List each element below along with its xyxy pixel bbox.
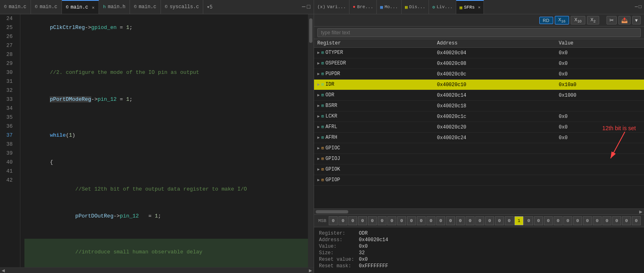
- table-row-gpioj[interactable]: ▶⊞GPIOJ: [314, 154, 644, 164]
- sfr-tab-memory[interactable]: ▦ Mo...: [377, 0, 402, 14]
- sfr-tab-disassembly[interactable]: ▦ Dis...: [402, 0, 429, 14]
- scrollbar-thumb[interactable]: [309, 18, 312, 43]
- bit-4[interactable]: 0: [593, 216, 602, 225]
- bit-17[interactable]: 0: [466, 216, 475, 225]
- sfr-table-container[interactable]: Register Address Value ▶⊞OTYPER 0x40020c…: [314, 39, 644, 209]
- bit-28[interactable]: 0: [358, 216, 367, 225]
- bit-10[interactable]: 0: [534, 216, 543, 225]
- sfr-horizontal-scrollbar[interactable]: ▶: [314, 209, 644, 214]
- expand-arrow[interactable]: ▶: [317, 91, 320, 100]
- table-row-gpiok[interactable]: ▶⊞GPIOK: [314, 164, 644, 175]
- bit-9[interactable]: 0: [544, 216, 553, 225]
- bit-25[interactable]: 0: [387, 216, 396, 225]
- table-row[interactable]: ▶⊞OSPEEDR 0x40020c08 0x0: [314, 58, 644, 69]
- sfr-tab-sfrs[interactable]: ▦ SFRs ✕: [456, 0, 484, 14]
- maximize-button[interactable]: □: [307, 4, 310, 10]
- sfr-toolbar: RD X16 X10 X2 ✂ 📤 ▾: [314, 14, 644, 27]
- close-sfrs-icon[interactable]: ✕: [478, 5, 480, 10]
- x16-button[interactable]: X16: [555, 16, 569, 24]
- expand-arrow[interactable]: ▶: [317, 70, 320, 78]
- code-area: 24 25 26 27 28 29 30 31 32 33 34 35 36 3…: [0, 14, 314, 267]
- tab-main-c-1[interactable]: © main.c: [0, 0, 31, 14]
- filter-input[interactable]: [317, 28, 641, 37]
- bit-19[interactable]: 0: [446, 216, 455, 225]
- expand-arrow[interactable]: ▶: [317, 176, 320, 184]
- export-button[interactable]: 📤: [618, 16, 631, 24]
- maximize-sfr-button[interactable]: □: [639, 4, 642, 10]
- horizontal-scrollbar[interactable]: ◀ ▶: [0, 267, 314, 273]
- table-row[interactable]: ▶⊞AFRL 0x40020c20 0x0: [314, 122, 644, 133]
- minimize-sfr-button[interactable]: ─: [635, 4, 638, 10]
- tab-main-h[interactable]: h main.h: [99, 0, 130, 14]
- table-row-idr[interactable]: ▶⊞IDR 0x40020c10 0x10a0: [314, 80, 644, 90]
- bit-12[interactable]: 1: [514, 216, 523, 225]
- scroll-left-arrow[interactable]: ◀: [2, 267, 5, 273]
- table-row[interactable]: ▶⊞PUPDR 0x40020c0c 0x0: [314, 69, 644, 80]
- memory-icon: ▦: [380, 4, 383, 10]
- table-row[interactable]: ▶⊞LCKR 0x40020c1c 0x0: [314, 111, 644, 122]
- expand-arrow[interactable]: ▶: [317, 134, 320, 142]
- bit-3[interactable]: 0: [602, 216, 611, 225]
- table-row[interactable]: ▶⊞AFRH 0x40020c24 0x0: [314, 133, 644, 143]
- bit-23[interactable]: 0: [407, 216, 416, 225]
- bit-24[interactable]: 0: [397, 216, 406, 225]
- table-row[interactable]: ▶⊞OTYPER 0x40020c04 0x0: [314, 48, 644, 58]
- sfr-tab-variables[interactable]: (x) Vari...: [314, 0, 349, 14]
- bit-7[interactable]: 0: [563, 216, 572, 225]
- bit-26[interactable]: 0: [378, 216, 387, 225]
- bit-14[interactable]: 0: [495, 216, 504, 225]
- tab-overflow[interactable]: ▾5: [203, 0, 215, 14]
- expand-arrow[interactable]: ▶: [317, 166, 320, 174]
- bit-20[interactable]: 0: [436, 216, 445, 225]
- collapse-button[interactable]: ▾: [632, 16, 641, 24]
- x2-button[interactable]: X2: [587, 16, 599, 24]
- bit-1[interactable]: 0: [622, 216, 631, 225]
- tab-syscalls-c[interactable]: © syscalls.c: [161, 0, 204, 14]
- expand-arrow[interactable]: ▶: [317, 102, 320, 110]
- table-row[interactable]: ▶⊞BSRR 0x40020c18: [314, 101, 644, 111]
- expand-arrow[interactable]: ▶: [317, 123, 320, 131]
- expand-arrow[interactable]: ▶: [317, 81, 320, 89]
- settings-icon-button[interactable]: ✂: [607, 16, 617, 24]
- bit-viewer: MSB 0 0 0 0 0 0 0 0 0 0 0 0 0 0 0 0 0 0 …: [314, 214, 644, 227]
- expand-arrow[interactable]: ▶: [317, 49, 320, 57]
- expand-arrow[interactable]: ▶: [317, 60, 320, 68]
- tab-main-c-3[interactable]: © main.c ✕: [62, 0, 99, 14]
- bit-15[interactable]: 0: [485, 216, 494, 225]
- expand-arrow[interactable]: ▶: [317, 155, 320, 163]
- bit-18[interactable]: 0: [456, 216, 465, 225]
- bit-30[interactable]: 0: [338, 216, 347, 225]
- bit-11[interactable]: 0: [524, 216, 533, 225]
- bit-6[interactable]: 0: [573, 216, 582, 225]
- rd-button[interactable]: RD: [539, 17, 553, 24]
- bit-8[interactable]: 0: [554, 216, 563, 225]
- table-row-odr[interactable]: ▶⊞ODR 0x40020c14 0x1000: [314, 90, 644, 101]
- minimize-button[interactable]: ─: [302, 4, 305, 10]
- bit-13[interactable]: 0: [505, 216, 514, 225]
- expand-arrow[interactable]: ▶: [317, 113, 320, 121]
- bit-22[interactable]: 0: [417, 216, 426, 225]
- bit-16[interactable]: 0: [475, 216, 484, 225]
- sfr-scrollbar-h-thumb[interactable]: [316, 210, 348, 213]
- tab-main-c-2[interactable]: © main.c: [31, 0, 62, 14]
- scroll-right-arrow[interactable]: ▶: [309, 267, 312, 273]
- bit-27[interactable]: 0: [368, 216, 377, 225]
- table-row-gpiop[interactable]: ▶⊞GPIOP: [314, 175, 644, 186]
- table-row-gpioc[interactable]: ▶⊞GPIOC: [314, 143, 644, 154]
- x10-button[interactable]: X10: [571, 16, 585, 24]
- code-content[interactable]: pClkCtrlReg->gpiod_en = 1; //2. configur…: [20, 14, 308, 267]
- bit-2[interactable]: 0: [612, 216, 621, 225]
- close-icon-3[interactable]: ✕: [92, 5, 95, 10]
- expand-arrow[interactable]: ▶: [317, 144, 320, 153]
- sfr-tab-live[interactable]: ⚙ Liv...: [429, 0, 456, 14]
- bit-29[interactable]: 0: [348, 216, 357, 225]
- sfr-tab-breakpoints[interactable]: ● Bre...: [349, 0, 377, 14]
- code-line-31: {: [24, 149, 308, 176]
- bit-31[interactable]: 0: [329, 216, 338, 225]
- bit-5[interactable]: 0: [583, 216, 592, 225]
- sfr-panel: (x) Vari... ● Bre... ▦ Mo... ▦ Dis... ⚙ …: [314, 0, 644, 273]
- bit-0[interactable]: 0: [632, 216, 641, 225]
- bit-21[interactable]: 0: [426, 216, 435, 225]
- vertical-scrollbar[interactable]: [308, 14, 314, 267]
- tab-main-c-4[interactable]: © main.c: [130, 0, 161, 14]
